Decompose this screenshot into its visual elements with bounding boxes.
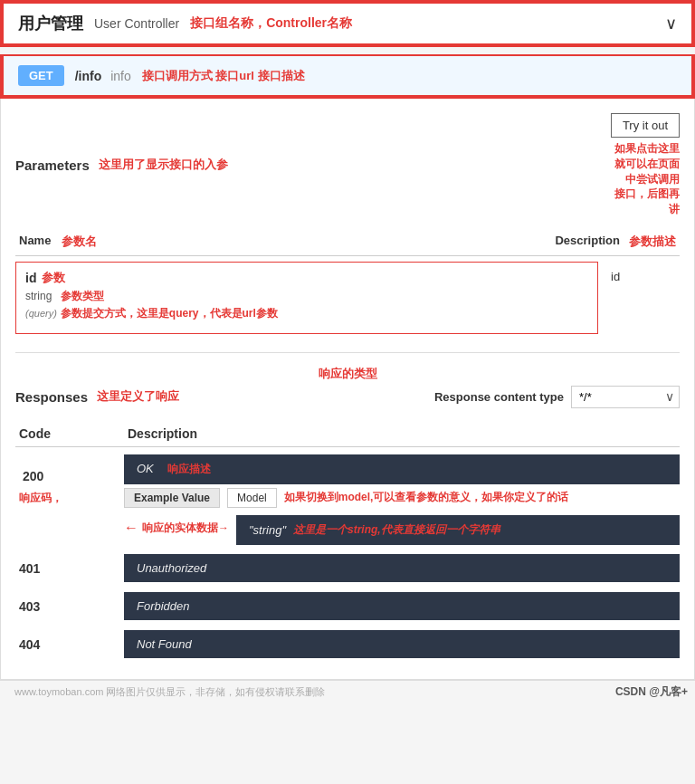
get-section: GET /info info 接口调用方式 接口url 接口描述 <box>0 54 695 99</box>
resp-type-select-wrapper: */* ∨ <box>571 386 680 408</box>
resp-ok-box: OK 响应描述 <box>124 454 680 484</box>
params-annotation: 这里用了显示接口的入参 <box>99 157 228 173</box>
try-ann-line2: 就可以在页面 <box>614 157 680 172</box>
resp-table-header: Code Description <box>15 421 680 447</box>
responses-section: 响应的类型 Responses 这里定义了响应 Response content… <box>15 352 680 659</box>
param-box: id 参数 string 参数类型 (query) 参数提交方式，这里是quer… <box>15 262 598 334</box>
resp-forbidden-box: Forbidden <box>124 592 680 620</box>
resp-desc-404: Not Found <box>124 630 680 658</box>
try-annotation: 如果点击这里 就可以在页面 中尝试调用 接口，后图再 讲 <box>614 141 680 217</box>
param-type-zh: 参数类型 <box>61 290 104 302</box>
resp-code-200-area: 200 响应码， <box>15 454 124 513</box>
resp-200-right: OK 响应描述 Example Value Model 如果切换到model,可… <box>124 454 680 545</box>
arrow-icon: ← <box>124 520 138 536</box>
resp-notfound-box: Not Found <box>124 630 680 658</box>
param-desc-value: id <box>607 270 620 283</box>
resp-desc-401: Unauthorized <box>124 554 680 582</box>
resp-type-area: Response content type */* ∨ <box>434 386 680 408</box>
get-path: /info <box>75 69 102 83</box>
tab-example-value[interactable]: Example Value <box>124 488 220 508</box>
tab-annotation: 如果切换到model,可以查看参数的意义，如果你定义了的话 <box>284 490 569 505</box>
resp-row-200: 200 响应码， OK 响应描述 Example Value Model 如果切… <box>15 454 680 545</box>
main-content: Parameters 这里用了显示接口的入参 Try it out 如果点击这里… <box>0 99 695 680</box>
header-right: ∨ <box>665 14 677 33</box>
title-en: User Controller <box>94 16 179 31</box>
param-id-line: id 参数 <box>25 270 588 286</box>
col-desc-label: Description <box>555 234 620 250</box>
resp-type-annotation-row: 响应的类型 <box>15 366 680 382</box>
resp-desc-zh: 响应描述 <box>167 463 211 475</box>
resp-code-404: 404 <box>15 630 124 659</box>
param-row: id 参数 string 参数类型 (query) 参数提交方式，这里是quer… <box>15 262 680 334</box>
resp-type-annotation: 响应的类型 <box>319 367 377 380</box>
param-id-zh: 参数 <box>42 270 65 286</box>
resp-unauthorized-box: Unauthorized <box>124 554 680 582</box>
param-type: string <box>25 290 52 302</box>
resp-code-200: 200 <box>19 462 120 491</box>
get-badge[interactable]: GET <box>18 65 64 86</box>
try-ann-line1: 如果点击这里 <box>614 141 680 157</box>
chevron-down-icon[interactable]: ∨ <box>665 14 677 33</box>
param-desc-val: id <box>607 262 680 283</box>
responses-label: Responses <box>15 389 88 405</box>
resp-string-box: "string" 这里是一个string,代表直接返回一个字符串 <box>236 515 680 545</box>
get-annotation: 接口调用方式 接口url 接口描述 <box>142 68 305 84</box>
param-query-line: (query) 参数提交方式，这里是query，代表是url参数 <box>25 306 588 321</box>
header-left: 用户管理 User Controller 接口组名称，Controller名称 <box>18 13 352 34</box>
param-query: (query) <box>25 308 57 319</box>
get-path-label: info <box>110 69 131 83</box>
resp-ok-label: OK <box>137 462 154 475</box>
resp-type-label: Response content type <box>434 390 564 404</box>
footer: www.toymoban.com 网络图片仅供显示，非存储，如有侵权请联系删除 … <box>0 680 695 703</box>
string-annotation: 这里是一个string,代表直接返回一个字符串 <box>293 522 500 538</box>
title-zh: 用户管理 <box>18 13 83 34</box>
params-label: Parameters <box>15 158 90 173</box>
parameters-section: Parameters 这里用了显示接口的入参 Try it out 如果点击这里… <box>15 113 680 334</box>
try-btn-area: Try it out 如果点击这里 就可以在页面 中尝试调用 接口，后图再 讲 <box>611 113 680 217</box>
responses-header: Responses 这里定义了响应 Response content type … <box>15 386 680 408</box>
resp-row-403: 403 Forbidden <box>15 592 680 621</box>
resp-notfound-label: Not Found <box>137 637 192 651</box>
resp-col-code: Code <box>19 426 128 441</box>
params-col-names: Name 参数名 <box>19 234 97 250</box>
params-left: Parameters 这里用了显示接口的入参 <box>15 157 228 173</box>
resp-code-401: 401 <box>15 554 124 583</box>
param-type-line: string 参数类型 <box>25 288 588 304</box>
param-query-zh: 参数提交方式，这里是query，代表是url参数 <box>61 306 278 321</box>
resp-code-200-zh: 响应码， <box>19 491 120 506</box>
string-left-annotation: 响应的实体数据→ <box>142 521 229 536</box>
try-ann-line4: 接口，后图再 <box>614 186 680 202</box>
resp-code-403: 403 <box>15 592 124 621</box>
try-it-button[interactable]: Try it out <box>611 113 680 138</box>
resp-row-401: 401 Unauthorized <box>15 554 680 583</box>
csdn-label: CSDN @凡客+ <box>615 684 688 700</box>
params-col-desc: Description 参数描述 <box>555 234 676 250</box>
responses-left: Responses 这里定义了响应 <box>15 388 179 405</box>
resp-unauthorized-label: Unauthorized <box>137 561 206 575</box>
col-name-label: Name <box>19 234 51 250</box>
header-section: 用户管理 User Controller 接口组名称，Controller名称 … <box>0 0 695 47</box>
string-row: ← 响应的实体数据→ "string" 这里是一个string,代表直接返回一个… <box>124 512 680 545</box>
tab-model[interactable]: Model <box>227 488 277 508</box>
params-table-header: Name 参数名 Description 参数描述 <box>15 228 680 256</box>
resp-tabs-row: Example Value Model 如果切换到model,可以查看参数的意义… <box>124 488 680 508</box>
try-ann-line3: 中尝试调用 <box>614 172 680 187</box>
resp-forbidden-label: Forbidden <box>137 599 190 613</box>
try-ann-line5: 讲 <box>614 202 680 217</box>
header-annotation: 接口组名称，Controller名称 <box>190 15 352 32</box>
watermark-text: www.toymoban.com 网络图片仅供显示，非存储，如有侵权请联系删除 <box>7 684 332 701</box>
string-annotation-block: ← 响应的实体数据→ <box>124 520 229 536</box>
resp-row-404: 404 Not Found <box>15 630 680 659</box>
resp-col-desc: Description <box>128 426 676 441</box>
resp-type-select[interactable]: */* <box>571 386 680 408</box>
string-value: "string" <box>249 523 286 537</box>
col-desc-zh-label: 参数描述 <box>629 234 676 250</box>
responses-annotation: 这里定义了响应 <box>97 388 179 405</box>
param-id: id <box>25 271 36 285</box>
col-name-zh-label: 参数名 <box>62 234 97 250</box>
get-url: /info info <box>75 69 131 83</box>
params-header: Parameters 这里用了显示接口的入参 Try it out 如果点击这里… <box>15 113 680 217</box>
resp-desc-403: Forbidden <box>124 592 680 620</box>
